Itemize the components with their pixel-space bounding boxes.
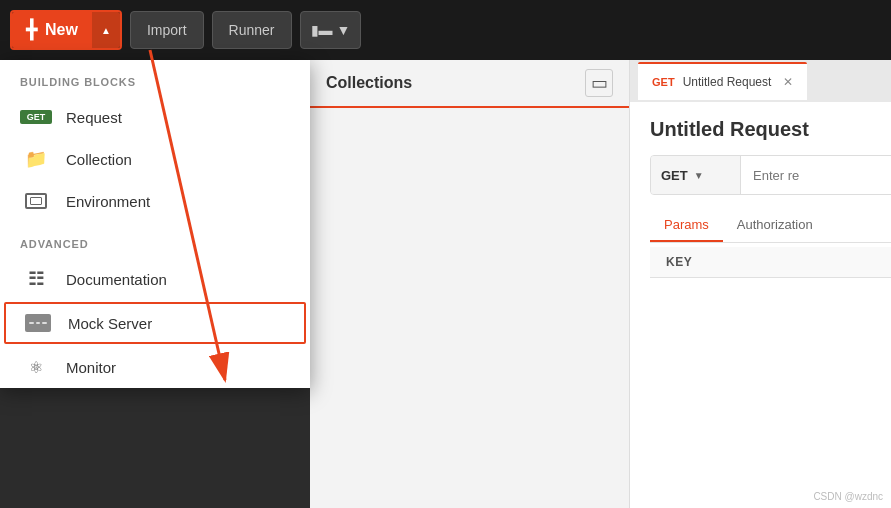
capture-icon: ▮▬ [311,22,333,38]
menu-item-mock-server-label: Mock Server [68,315,152,332]
capture-chevron: ▼ [337,22,351,38]
menu-item-mock-server[interactable]: Mock Server [4,302,306,344]
toolbar: ╋ New ▲ Import Runner ▮▬ ▼ [0,0,891,60]
request-icon: GET [20,106,52,128]
section-advanced: ADVANCED [0,222,310,258]
url-input[interactable] [741,156,891,194]
url-bar: GET ▼ [650,155,891,195]
menu-item-request[interactable]: GET Request [0,96,310,138]
documentation-icon: ☷ [20,268,52,290]
tab-bar: GET Untitled Request ✕ [630,60,891,102]
new-button-main[interactable]: ╋ New [12,12,92,48]
tab-name: Untitled Request [683,75,772,89]
menu-item-request-label: Request [66,109,122,126]
add-collection-button[interactable]: ▭ [585,69,613,97]
menu-item-documentation[interactable]: ☷ Documentation [0,258,310,300]
tab-method: GET [652,76,675,88]
tab-params[interactable]: Params [650,209,723,242]
mock-server-icon [22,312,54,334]
new-dropdown-menu: BUILDING BLOCKS GET Request 📁 Collection… [0,60,310,388]
sidebar-title: Collections [326,74,412,92]
plus-icon: ╋ [26,19,37,41]
capture-button[interactable]: ▮▬ ▼ [300,11,362,49]
menu-item-monitor[interactable]: ⚛ Monitor [0,346,310,388]
environment-icon [20,190,52,212]
collection-icon: 📁 [20,148,52,170]
watermark: CSDN @wzdnc [813,491,883,502]
menu-item-monitor-label: Monitor [66,359,116,376]
request-title: Untitled Request [650,118,891,141]
key-column-header: KEY [666,255,692,269]
request-area: Untitled Request GET ▼ Params Authorizat… [630,102,891,278]
menu-item-collection[interactable]: 📁 Collection [0,138,310,180]
menu-item-environment-label: Environment [66,193,150,210]
method-select[interactable]: GET ▼ [651,156,741,194]
request-tab[interactable]: GET Untitled Request ✕ [638,62,807,100]
sidebar: Collections ▭ [310,60,630,508]
tab-authorization[interactable]: Authorization [723,209,827,242]
add-collection-icon: ▭ [591,72,608,94]
monitor-icon: ⚛ [20,356,52,378]
tab-close-icon[interactable]: ✕ [783,75,793,89]
method-label: GET [661,168,688,183]
new-button-label: New [45,21,78,39]
new-button-group[interactable]: ╋ New ▲ [10,10,122,50]
request-tabs: Params Authorization [650,209,891,243]
table-header: KEY [650,247,891,278]
main-content: GET Untitled Request ✕ Untitled Request … [630,60,891,508]
method-chevron-icon: ▼ [694,170,704,181]
sidebar-header: Collections ▭ [310,60,629,108]
runner-button[interactable]: Runner [212,11,292,49]
menu-item-collection-label: Collection [66,151,132,168]
menu-item-environment[interactable]: Environment [0,180,310,222]
import-button[interactable]: Import [130,11,204,49]
new-button-arrow[interactable]: ▲ [92,12,120,48]
section-building-blocks: BUILDING BLOCKS [0,60,310,96]
menu-item-documentation-label: Documentation [66,271,167,288]
